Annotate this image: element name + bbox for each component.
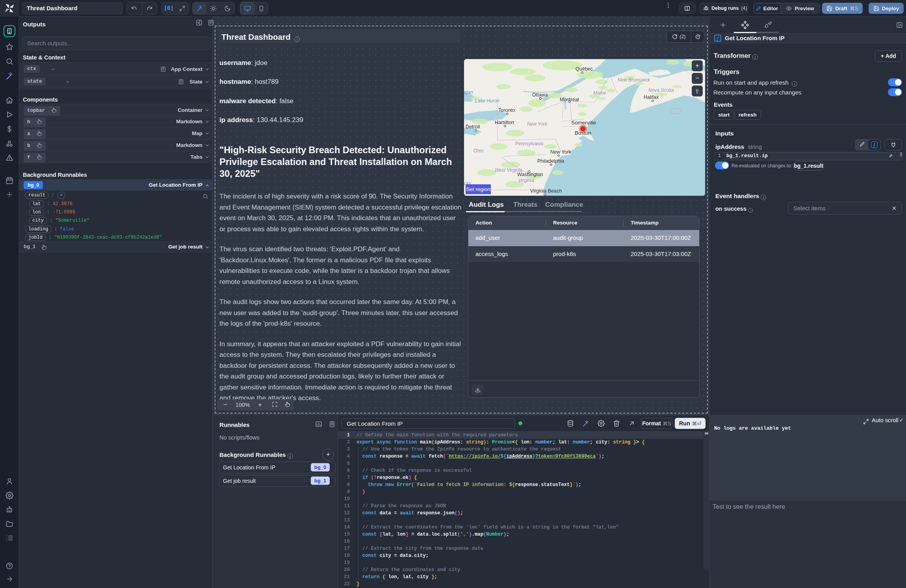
svg-text:Lake Huron: Lake Huron: [475, 98, 499, 104]
svg-text:Pennsylvania: Pennsylvania: [515, 141, 544, 147]
svg-text:Hamilton: Hamilton: [495, 120, 514, 125]
svg-text:New York: New York: [527, 121, 548, 127]
svg-text:Detroit: Detroit: [466, 124, 480, 130]
svg-text:Montréal: Montréal: [560, 97, 579, 102]
svg-text:Virginia: Virginia: [518, 178, 534, 183]
svg-text:igan: igan: [464, 89, 473, 95]
svg-text:Ottawa: Ottawa: [532, 92, 548, 98]
svg-text:Maine: Maine: [593, 90, 606, 96]
svg-text:New York: New York: [550, 149, 572, 155]
svg-text:New Brunswick: New Brunswick: [618, 77, 650, 83]
svg-text:Toronto: Toronto: [498, 108, 515, 113]
svg-text:Québec: Québec: [576, 66, 593, 72]
svg-text:Nova Scotia: Nova Scotia: [648, 87, 674, 93]
svg-text:Somerville: Somerville: [571, 120, 596, 126]
svg-text:Virginia Beach: Virginia Beach: [530, 188, 562, 194]
svg-text:West Virginia: West Virginia: [495, 167, 523, 173]
svg-text:Philadelphia: Philadelphia: [537, 158, 564, 164]
svg-text:Halifax: Halifax: [644, 95, 659, 100]
svg-text:Ohio: Ohio: [473, 148, 484, 154]
